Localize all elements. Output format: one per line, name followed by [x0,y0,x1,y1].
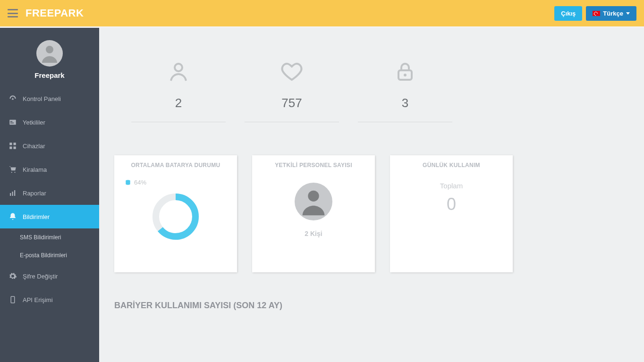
svg-rect-13 [11,296,15,303]
sidebar-item-label: Kontrol Paneli [23,95,61,102]
svg-rect-2 [10,121,13,122]
header-right: Çıkış Türkçe [554,6,636,21]
chevron-down-icon [626,12,630,15]
heart-icon [280,60,303,83]
svg-rect-7 [14,147,16,149]
chart-icon [8,189,17,197]
svg-point-9 [14,172,15,173]
card-personnel: YETKİLİ PERSONEL SAYISI 2 Kişi [252,155,375,272]
flag-icon [593,11,600,16]
card-usage: GÜNLÜK KULLANIM Toplam 0 [390,155,513,272]
stat-value: 3 [358,96,452,110]
battery-donut-chart [150,191,202,243]
battery-percent-label: 64% [134,179,146,186]
user-icon [297,185,330,218]
logout-button[interactable]: Çıkış [554,6,582,21]
profile-block: Freepark [0,35,99,87]
stat-likes: 757 [245,60,339,122]
stats-row: 2 757 3 [112,41,631,136]
sidebar-item-label: API Erişimi [23,296,53,303]
svg-rect-5 [14,143,16,145]
menu-toggle-icon[interactable] [8,9,18,17]
header-left: FREEPARK [8,7,84,19]
sidebar-item-rental[interactable]: Kiralama [0,158,99,181]
stat-value: 757 [245,96,339,110]
svg-point-20 [308,191,319,202]
sidebar-item-devices[interactable]: Cihazlar [0,134,99,158]
svg-rect-3 [10,123,14,124]
top-header: FREEPARK Çıkış Türkçe [0,0,644,26]
language-button[interactable]: Türkçe [586,6,636,21]
section-barrier-title: BARİYER KULLANIMI SAYISI (SON 12 AY) [114,301,631,311]
sidebar-item-notifications[interactable]: Bildirimler [0,205,99,228]
sidebar-item-label: Kiralama [23,166,47,173]
svg-point-16 [404,74,407,76]
user-icon [38,42,61,65]
sidebar-item-label: Raporlar [23,190,46,197]
usage-value: 0 [390,194,513,214]
bell-icon [8,212,17,221]
svg-rect-11 [12,192,13,196]
card-title: ORTALAMA BATARYA DURUMU [114,162,237,168]
gear-icon [8,272,17,280]
app-logo: FREEPARK [25,7,84,19]
gauge-icon [8,94,17,103]
svg-point-8 [11,172,12,173]
stat-value: 2 [131,96,226,110]
main-content: 2 757 3 ORTALAMA BATARYA DURUMU 64% [99,26,644,362]
cart-icon [8,165,17,174]
card-battery: ORTALAMA BATARYA DURUMU 64% [114,155,237,272]
svg-rect-12 [14,190,15,196]
sidebar-item-label: Bildirimler [23,213,50,220]
cards-row: ORTALAMA BATARYA DURUMU 64% YETKİLİ PERS… [112,155,631,272]
user-outline-icon [167,60,190,83]
lock-icon [394,60,416,83]
personnel-avatar [295,183,332,220]
usage-sublabel: Toplam [390,182,513,190]
sidebar-subitem-sms[interactable]: SMS Bilidirimleri [0,228,99,246]
personnel-count-label: 2 Kişi [252,230,375,237]
svg-point-0 [46,46,53,53]
stat-users: 2 [131,60,226,122]
svg-rect-6 [9,147,12,149]
sidebar-item-reports[interactable]: Raporlar [0,181,99,205]
sidebar-item-password[interactable]: Şifre Değiştir [0,264,99,288]
avatar [36,40,63,67]
svg-rect-4 [9,143,12,145]
svg-rect-1 [9,120,16,125]
profile-name: Freepark [0,71,99,79]
database-icon [125,179,131,186]
svg-point-14 [175,64,182,71]
card-title: GÜNLÜK KULLANIM [390,162,513,168]
sidebar-subitem-email[interactable]: E-posta Bildirimleri [0,246,99,264]
sidebar-item-label: Yetkililer [23,119,45,126]
device-icon [8,295,17,304]
grid-icon [8,142,17,150]
sidebar-item-label: Cihazlar [23,143,45,150]
sidebar-item-officials[interactable]: Yetkililer [0,110,99,134]
sidebar: Freepark Kontrol Paneli Yetkililer Cihaz… [0,26,99,362]
stat-locks: 3 [358,60,452,122]
sidebar-item-api[interactable]: API Erişimi [0,288,99,311]
svg-rect-10 [10,193,11,196]
battery-percent-row: 64% [125,179,237,186]
id-card-icon [8,118,17,126]
sidebar-item-label: Şifre Değiştir [23,273,58,280]
sidebar-item-dashboard[interactable]: Kontrol Paneli [0,87,99,110]
language-label: Türkçe [603,10,623,17]
card-title: YETKİLİ PERSONEL SAYISI [252,162,375,168]
